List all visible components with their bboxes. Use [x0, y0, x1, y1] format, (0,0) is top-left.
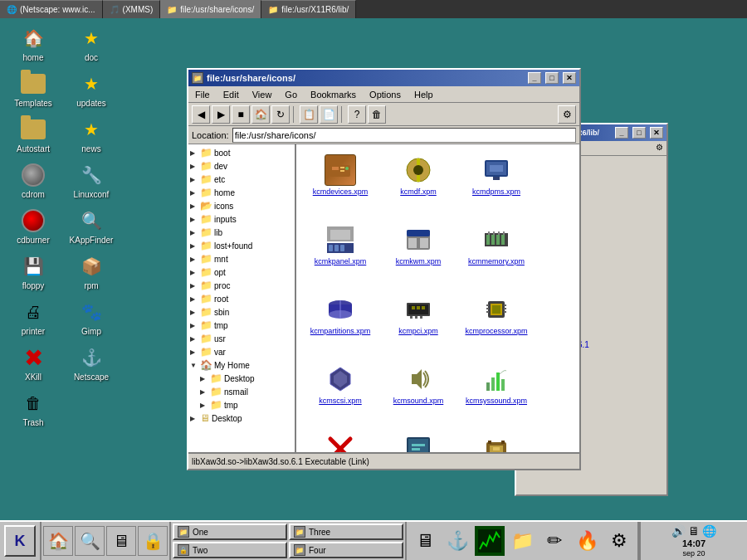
tree-item-desktop2[interactable]: ▶ 🖥 Desktop	[190, 411, 293, 425]
menu-options[interactable]: Options	[366, 90, 404, 100]
taskbar-icon-green[interactable]	[475, 526, 505, 556]
stop-btn[interactable]: ■	[232, 105, 250, 124]
back-btn[interactable]: ◀	[192, 105, 210, 124]
quick-home-btn[interactable]: 🏠	[43, 526, 73, 556]
taskbar-icon-flame[interactable]: 🔥	[572, 526, 602, 556]
file-kcmdevices[interactable]: kcmdevices.xpm	[303, 151, 378, 217]
tree-item-nsmail[interactable]: ▶ 📁 nsmail	[190, 385, 293, 398]
x11-maximize-btn[interactable]: □	[632, 127, 646, 139]
desktop-icon-netscape[interactable]: ⚓ Netscape	[66, 344, 116, 382]
tree-item-lostfound[interactable]: ▶ 📁 lost+found	[190, 239, 293, 252]
file-kcmsyssound[interactable]: kcmsyssound.xpm	[459, 360, 534, 426]
file-kcmprocessor[interactable]: kcmprocessor.xpm	[459, 290, 534, 357]
file-kcmmemory[interactable]: kcmmemory.xpm	[459, 221, 534, 287]
delete-btn[interactable]: 🗑	[368, 105, 386, 124]
desktop-icon-cdrom[interactable]: cdrom	[8, 162, 58, 199]
menu-view[interactable]: View	[249, 90, 276, 100]
taskwin-btn-three[interactable]: 📁 Three	[289, 523, 403, 540]
desktop-icon-trash[interactable]: 🗑 Trash	[8, 390, 58, 427]
reload-btn[interactable]: ↻	[271, 105, 290, 124]
taskbar-icon-net[interactable]: ⚓	[442, 526, 472, 556]
settings-btn[interactable]: ⚙	[558, 105, 576, 124]
taskbar-tab-x11[interactable]: 📁 file:/usr/X11R6/lib/	[261, 0, 356, 18]
tree-item-icons[interactable]: ▶ 📂 icons	[190, 199, 293, 212]
tree-item-root[interactable]: ▶ 📁 root	[190, 292, 293, 305]
file-kcmscsi[interactable]: kcmscsi.xpm	[303, 360, 378, 426]
filemanager-maximize-btn[interactable]: □	[545, 72, 559, 84]
taskbar-icon-edit[interactable]: ✏	[540, 526, 569, 556]
file-kcontrol[interactable]: kcontrol.xpm	[381, 430, 456, 452]
tree-item-opt[interactable]: ▶ 📁 opt	[190, 265, 293, 279]
tree-item-boot[interactable]: ▶ 📁 boot	[190, 146, 293, 159]
taskbar-icon-terminal[interactable]: 🖥	[410, 526, 440, 556]
menu-bookmarks[interactable]: Bookmarks	[307, 90, 359, 100]
desktop-icon-floppy[interactable]: 💾 floppy	[8, 253, 58, 290]
taskwin-btn-one[interactable]: 📁 One	[173, 523, 287, 540]
home-btn[interactable]: 🏠	[251, 105, 270, 124]
help-btn[interactable]: ?	[348, 105, 366, 124]
paste-btn[interactable]: 📄	[320, 105, 338, 124]
tree-item-var[interactable]: ▶ 📁 var	[190, 345, 293, 358]
taskbar-tab-xmms[interactable]: 🎵 (XMMS)	[103, 0, 161, 18]
tray-volume-icon[interactable]: 🔊	[671, 524, 686, 538]
forward-btn[interactable]: ▶	[212, 105, 230, 124]
file-kcmsound[interactable]: kcmsound.xpm	[381, 360, 456, 426]
filemanager-minimize-btn[interactable]: _	[528, 72, 541, 84]
desktop-icon-kappfinder[interactable]: 🔍 KAppFinder	[66, 207, 116, 245]
desktop-icon-templates[interactable]: Templates	[8, 71, 58, 108]
tree-item-proc[interactable]: ▶ 📁 proc	[190, 279, 293, 292]
menu-help[interactable]: Help	[411, 90, 437, 100]
desktop-icon-cdburner[interactable]: cdburner	[8, 207, 58, 245]
file-kcmdf[interactable]: kcmdf.xpm	[381, 151, 456, 217]
tree-item-desktop1[interactable]: ▶ 📁 Desktop	[190, 372, 293, 385]
quick-lock-btn[interactable]: 🔒	[138, 526, 168, 556]
file-kcmdpms[interactable]: kcmdpms.xpm	[459, 151, 534, 217]
tree-item-tmp2[interactable]: ▶ 📁 tmp	[190, 398, 293, 411]
desktop-icon-doc[interactable]: ★ doc	[66, 25, 116, 62]
desktop-icon-xkill[interactable]: ✖ XKill	[8, 344, 58, 382]
desktop-icon-news[interactable]: ★ news	[66, 116, 116, 153]
tree-item-inputs[interactable]: ▶ 📁 inputs	[190, 212, 293, 226]
desktop-icon-rpm[interactable]: 📦 rpm	[66, 253, 116, 290]
file-kcmkpanel[interactable]: kcmkpanel.xpm	[303, 221, 378, 287]
tree-item-mnt[interactable]: ▶ 📁 mnt	[190, 252, 293, 265]
desktop-icon-home[interactable]: 🏠 home	[8, 25, 58, 62]
taskwin-btn-two[interactable]: 🔒 Two	[173, 542, 287, 558]
desktop-icon-gimp[interactable]: 🐾 Gimp	[66, 299, 116, 336]
tray-globe-icon[interactable]: 🌐	[702, 524, 716, 538]
menu-file[interactable]: File	[192, 90, 213, 100]
x11-close-btn[interactable]: ✕	[650, 127, 663, 139]
tree-item-lib[interactable]: ▶ 📁 lib	[190, 226, 293, 239]
taskbar-tab-netscape[interactable]: 🌐 (Netscape: www.ic...	[0, 0, 103, 18]
desktop-icon-linuxconf[interactable]: 🔧 Linuxconf	[66, 162, 116, 199]
tree-item-etc[interactable]: ▶ 📁 etc	[190, 173, 293, 186]
x11-minimize-btn[interactable]: _	[615, 127, 628, 139]
tree-item-usr[interactable]: ▶ 📁 usr	[190, 332, 293, 345]
tree-item-myhome[interactable]: ▼ 🏠 My Home	[190, 358, 293, 372]
tray-monitor-icon[interactable]: 🖥	[688, 524, 700, 538]
tree-item-tmp[interactable]: ▶ 📁 tmp	[190, 319, 293, 332]
taskbar-icon-files[interactable]: 📁	[507, 526, 537, 556]
quick-search-btn[interactable]: 🔍	[75, 526, 105, 556]
tree-item-sbin[interactable]: ▶ 📁 sbin	[190, 305, 293, 319]
tree-item-dev[interactable]: ▶ 📁 dev	[190, 159, 293, 173]
menu-edit[interactable]: Edit	[220, 90, 242, 100]
desktop-icon-updates[interactable]: ★ updates	[66, 71, 116, 108]
filemanager-close-btn[interactable]: ✕	[563, 72, 576, 84]
file-kcmx[interactable]: kcmx.xpm	[303, 430, 378, 452]
taskbar-tab-icons[interactable]: 📁 file:/usr/share/icons/	[160, 0, 261, 18]
tree-item-home[interactable]: ▶ 📁 home	[190, 186, 293, 199]
location-input[interactable]	[232, 128, 576, 143]
k-menu-button[interactable]: K	[4, 525, 36, 557]
menu-go[interactable]: Go	[281, 90, 300, 100]
desktop-icon-autostart[interactable]: Autostart	[8, 116, 58, 153]
file-kcmkwm[interactable]: kcmkwm.xpm	[381, 221, 456, 287]
file-kdat[interactable]: kdat.xpm	[459, 430, 534, 452]
file-kcmpci[interactable]: kcmpci.xpm	[381, 290, 456, 357]
copy-btn[interactable]: 📋	[300, 105, 318, 124]
quick-monitor-btn[interactable]: 🖥	[106, 526, 136, 556]
x11-settings-btn[interactable]: ⚙	[656, 143, 663, 152]
taskwin-btn-four[interactable]: 📁 Four	[289, 542, 403, 558]
taskbar-icon-gear[interactable]: ⚙	[604, 526, 634, 556]
desktop-icon-printer[interactable]: 🖨 printer	[8, 299, 58, 336]
